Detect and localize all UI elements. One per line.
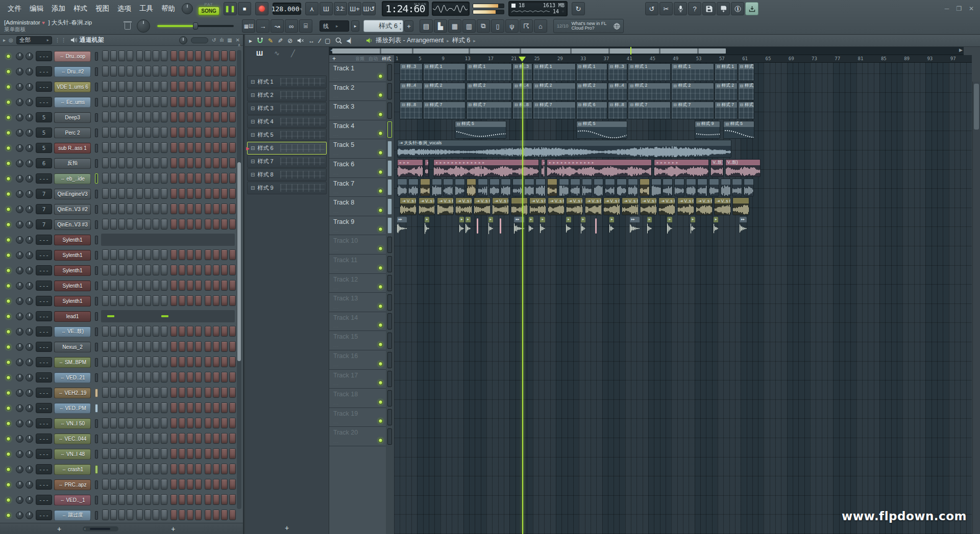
step-cell[interactable] bbox=[102, 295, 109, 306]
channel-target-value[interactable]: --- bbox=[36, 372, 52, 383]
step-cell[interactable] bbox=[110, 402, 117, 413]
step-cell[interactable] bbox=[179, 265, 185, 275]
touch-controller-icon[interactable]: ☈ bbox=[520, 19, 533, 33]
track-select-strip[interactable] bbox=[387, 294, 392, 311]
clip[interactable]: ► ► ► ► ► ► ► ► ► ► ► ► bbox=[547, 159, 652, 177]
channel-pan-knob[interactable] bbox=[16, 328, 23, 336]
pat-mode-label[interactable]: PAT bbox=[198, 2, 219, 7]
step-cell[interactable] bbox=[170, 188, 177, 199]
shop-cart-icon[interactable]: ⌂ bbox=[534, 19, 547, 33]
rack-horizontal-scrollbar[interactable] bbox=[83, 526, 118, 531]
step-cell[interactable] bbox=[170, 387, 177, 398]
step-cell[interactable] bbox=[229, 249, 236, 260]
step-cell[interactable] bbox=[144, 418, 151, 428]
clip[interactable]: ⊟样式 5 bbox=[723, 121, 754, 139]
clip[interactable]: ⊟样式 7 bbox=[423, 101, 466, 119]
channel-target-value[interactable]: --- bbox=[36, 265, 52, 275]
track-options-dots[interactable]: ··· bbox=[333, 364, 339, 368]
track-options-dots[interactable]: ··· bbox=[333, 287, 339, 291]
step-cell[interactable] bbox=[170, 295, 177, 306]
picker-tab[interactable]: 样式 bbox=[382, 56, 391, 62]
step-cell[interactable] bbox=[161, 66, 167, 77]
clip[interactable]: ▸ bbox=[714, 217, 718, 235]
track-header[interactable]: Track 14··· bbox=[329, 312, 386, 332]
main-pitch-knob[interactable] bbox=[182, 3, 193, 14]
step-cell[interactable] bbox=[161, 204, 167, 214]
step-cell[interactable] bbox=[170, 433, 177, 444]
clip[interactable] bbox=[432, 179, 442, 196]
channel-mute-led[interactable] bbox=[6, 375, 11, 380]
channel-volume-knob[interactable] bbox=[26, 297, 33, 305]
step-cell[interactable] bbox=[136, 510, 143, 520]
step-cell[interactable] bbox=[153, 173, 159, 184]
channel-group-strip[interactable] bbox=[95, 236, 98, 244]
rack-keyboard-icon[interactable]: ▦ bbox=[227, 37, 232, 43]
channel-pan-knob[interactable] bbox=[16, 297, 23, 305]
step-cell[interactable] bbox=[195, 127, 202, 138]
record-button[interactable] bbox=[255, 2, 268, 15]
channel-target-value[interactable]: 5 bbox=[36, 128, 52, 138]
step-cell[interactable] bbox=[221, 50, 228, 61]
step-cell[interactable] bbox=[161, 341, 167, 352]
step-cell[interactable] bbox=[102, 341, 109, 352]
step-cell[interactable] bbox=[195, 433, 202, 444]
rack-undo-icon[interactable]: ↺ bbox=[212, 37, 216, 43]
step-cell[interactable] bbox=[213, 158, 219, 168]
track-led[interactable] bbox=[378, 285, 383, 289]
step-cell[interactable] bbox=[205, 372, 211, 383]
channel-volume-knob[interactable] bbox=[26, 450, 33, 458]
track-led[interactable] bbox=[378, 246, 383, 251]
step-cell[interactable] bbox=[110, 387, 117, 398]
channel-mute-led[interactable] bbox=[6, 100, 11, 105]
step-cell[interactable] bbox=[205, 295, 211, 306]
step-cell[interactable] bbox=[213, 112, 219, 122]
step-cell[interactable] bbox=[213, 418, 219, 428]
channel-group-strip[interactable] bbox=[95, 404, 98, 413]
clip[interactable]: ⊟样式 2 bbox=[576, 83, 607, 100]
step-cell[interactable] bbox=[205, 464, 211, 474]
step-cell[interactable] bbox=[179, 448, 185, 459]
clip[interactable]: ▸▸ bbox=[630, 217, 640, 235]
track-led[interactable] bbox=[378, 227, 383, 232]
step-cell[interactable] bbox=[118, 96, 125, 107]
clip[interactable]: ⇥ V..s 6 bbox=[548, 197, 565, 215]
step-cell[interactable] bbox=[170, 448, 177, 459]
step-cell[interactable] bbox=[136, 433, 143, 444]
step-cell[interactable] bbox=[221, 219, 228, 230]
channel-group-strip[interactable] bbox=[95, 419, 98, 428]
channel-pan-knob[interactable] bbox=[16, 282, 23, 290]
step-cell[interactable] bbox=[187, 81, 193, 92]
track-led[interactable] bbox=[378, 93, 383, 97]
step-cell[interactable] bbox=[153, 96, 159, 107]
step-cell[interactable] bbox=[221, 357, 228, 367]
clip[interactable]: ⊟样式 2 bbox=[423, 83, 466, 100]
step-cell[interactable] bbox=[187, 249, 193, 260]
step-cell[interactable] bbox=[102, 188, 109, 199]
step-cell[interactable] bbox=[102, 402, 109, 413]
step-cell[interactable] bbox=[127, 448, 133, 459]
step-cell[interactable] bbox=[118, 249, 125, 260]
channel-group-strip[interactable] bbox=[95, 496, 98, 504]
step-cell[interactable] bbox=[205, 341, 211, 352]
clip[interactable]: ⊟样式 9 bbox=[695, 121, 720, 139]
step-cell[interactable] bbox=[205, 280, 211, 291]
step-cell[interactable] bbox=[127, 510, 133, 520]
step-cell[interactable] bbox=[229, 479, 236, 490]
step-cell[interactable] bbox=[179, 66, 185, 77]
clip[interactable]: ⇥ V..s 6 bbox=[455, 197, 472, 215]
channel-volume-knob[interactable] bbox=[26, 420, 33, 427]
step-cell[interactable] bbox=[136, 158, 143, 168]
step-cell[interactable] bbox=[205, 50, 211, 61]
channel-pan-knob[interactable] bbox=[16, 98, 23, 106]
channel-pan-knob[interactable] bbox=[16, 435, 23, 443]
step-cell[interactable] bbox=[102, 66, 109, 77]
channel-button[interactable]: Sylenth1 bbox=[54, 265, 91, 276]
step-cell[interactable] bbox=[144, 357, 151, 367]
channel-pan-knob[interactable] bbox=[16, 359, 23, 366]
channel-mute-led[interactable] bbox=[6, 207, 11, 212]
channel-pan-knob[interactable] bbox=[16, 83, 23, 91]
channel-button[interactable]: QinEngineV3 bbox=[54, 189, 91, 199]
channel-mute-led[interactable] bbox=[6, 192, 11, 196]
draw-tool-icon[interactable]: ✎ bbox=[268, 37, 273, 44]
step-cell[interactable] bbox=[144, 280, 151, 291]
